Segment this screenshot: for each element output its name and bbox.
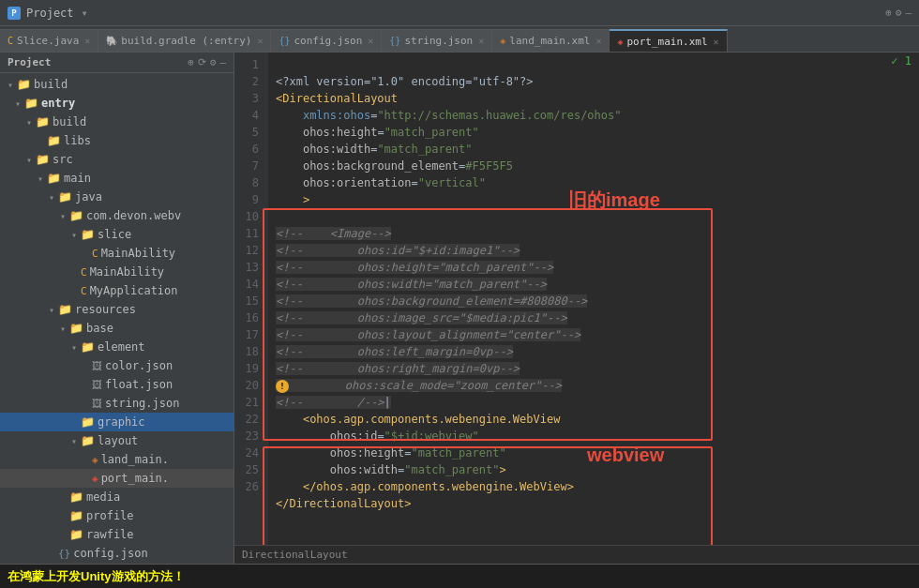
tab-close-port-main-xml[interactable]: ✕ xyxy=(714,37,719,47)
breadcrumb-text: DirectionalLayout xyxy=(242,549,348,561)
tree-item-mainability-slice[interactable]: C MainAbility xyxy=(0,244,234,263)
tab-port-main-xml[interactable]: ◈ port_main.xml ✕ xyxy=(610,29,727,52)
status-bar: 在鸿蒙上开发Unity游戏的方法！ xyxy=(0,564,919,588)
tab-string-json[interactable]: {} string.json ✕ xyxy=(382,29,492,52)
sidebar-add-icon[interactable]: ⊕ xyxy=(188,56,194,68)
tree-item-config-json[interactable]: {} config.json xyxy=(0,544,234,563)
tree-item-entry-build[interactable]: ▾ 📁 build xyxy=(0,113,234,131)
sidebar-collapse-icon[interactable]: — xyxy=(219,56,226,68)
tree-item-rawfile[interactable]: 📁 rawfile xyxy=(0,525,234,544)
tree-item-libs[interactable]: 📁 libs xyxy=(0,131,234,150)
sidebar-actions: ⊕ ⟳ ⚙ — xyxy=(188,56,226,68)
tree-item-src[interactable]: ▾ 📁 src xyxy=(0,150,234,169)
tree-item-profile[interactable]: 📁 profile xyxy=(0,506,234,525)
tree-item-color-json[interactable]: 🖼 color.json xyxy=(0,356,234,375)
app-icon: P xyxy=(8,7,21,20)
tab-slice-java[interactable]: C Slice.java ✕ xyxy=(0,29,98,52)
dropdown-icon[interactable]: ▾ xyxy=(82,7,88,20)
tab-label-string-json: string.json xyxy=(404,35,473,47)
expand-icon[interactable]: ▾ xyxy=(56,324,69,334)
tree-item-string-json[interactable]: 🖼 string.json xyxy=(0,394,234,413)
sidebar-title: Project xyxy=(8,56,51,68)
tree-label: float.json xyxy=(105,378,173,391)
tree-item-float-json[interactable]: 🖼 float.json xyxy=(0,375,234,394)
folder-icon: 📁 xyxy=(81,340,95,354)
code-line-9 xyxy=(276,210,282,223)
folder-icon: 📁 xyxy=(58,303,72,316)
code-line-13: <!-- ohos:width="match_parent"--> xyxy=(276,278,547,291)
code-line-6: ohos:background_element=#F5F5F5 xyxy=(276,159,513,173)
code-line-11: <!-- ohos:id="$+id:image1"--> xyxy=(276,244,520,257)
tab-label-port-main-xml: port_main.xml xyxy=(626,36,707,48)
expand-icon[interactable]: ▾ xyxy=(68,436,81,446)
tree-item-build[interactable]: ▾ 📁 build xyxy=(0,75,234,94)
tree-item-package[interactable]: ▾ 📁 com.devon.webv xyxy=(0,206,234,225)
tab-label-config-json: config.json xyxy=(294,35,362,47)
sidebar-gear-icon[interactable]: ⚙ xyxy=(210,56,217,68)
settings-icon[interactable]: ⚙ xyxy=(896,7,902,19)
folder-icon: 📁 xyxy=(47,172,61,185)
expand-icon[interactable]: ▾ xyxy=(68,342,81,353)
code-area[interactable]: 12345 678910 1112131415 1617181920 21222… xyxy=(234,53,919,545)
tab-land-main-xml[interactable]: ◈ land_main.xml ✕ xyxy=(492,29,610,52)
tree-label: land_main. xyxy=(101,453,169,466)
line-numbers: 12345 678910 1112131415 1617181920 21222… xyxy=(234,53,268,545)
tab-close-build-gradle[interactable]: ✕ xyxy=(257,36,263,46)
folder-icon: 📁 xyxy=(24,97,38,110)
code-content[interactable]: <?xml version="1.0" encoding="utf-8"?> <… xyxy=(268,53,919,545)
folder-icon: 📁 xyxy=(58,190,72,204)
tree-item-resources[interactable]: ▾ 📁 resources xyxy=(0,300,234,319)
tree-item-base[interactable]: ▾ 📁 base xyxy=(0,319,234,338)
sidebar-sync-icon[interactable]: ⟳ xyxy=(198,56,206,68)
tree-label: libs xyxy=(64,134,91,147)
menu-icon[interactable]: — xyxy=(905,7,911,19)
folder-icon: 📁 xyxy=(81,415,95,429)
tab-close-slice-java[interactable]: ✕ xyxy=(84,36,90,46)
sidebar-header: Project ⊕ ⟳ ⚙ — xyxy=(0,53,234,73)
add-icon[interactable]: ⊕ xyxy=(885,7,892,19)
tree-item-land-main-xml[interactable]: ◈ land_main. xyxy=(0,450,234,469)
code-editor[interactable]: ✓ 1 12345 678910 1112131415 1617181920 2… xyxy=(234,53,919,564)
code-line-12: <!-- ohos:height="match_parent"--> xyxy=(276,261,553,274)
folder-icon: 📁 xyxy=(17,78,31,91)
expand-icon[interactable]: ▾ xyxy=(23,155,36,165)
tab-close-land-main-xml[interactable]: ✕ xyxy=(595,36,601,46)
folder-icon: 📁 xyxy=(36,153,50,166)
app-title: Project xyxy=(26,7,74,20)
tree-label: MainAbility xyxy=(90,265,164,279)
expand-icon[interactable]: ▾ xyxy=(45,192,58,203)
expand-icon[interactable]: ▾ xyxy=(68,230,81,240)
tree-item-port-main-xml[interactable]: ◈ port_main. xyxy=(0,469,234,488)
tree-label: rawfile xyxy=(86,528,134,541)
code-line-17: <!-- ohos:left_margin=0vp--> xyxy=(276,345,513,358)
expand-icon[interactable]: ▾ xyxy=(56,211,69,221)
tree-item-element[interactable]: ▾ 📁 element xyxy=(0,338,234,356)
tree-item-media[interactable]: 📁 media xyxy=(0,488,234,506)
tab-close-string-json[interactable]: ✕ xyxy=(478,36,484,46)
json-file-icon: {} xyxy=(58,548,70,560)
tab-config-json[interactable]: {} config.json ✕ xyxy=(271,29,382,52)
tree-item-graphic[interactable]: 📁 graphic xyxy=(0,413,234,431)
folder-icon: 📁 xyxy=(69,322,83,335)
tree-item-java[interactable]: ▾ 📁 java xyxy=(0,188,234,206)
expand-icon[interactable]: ▾ xyxy=(11,98,24,109)
tab-label-slice-java: Slice.java xyxy=(17,35,79,47)
tab-close-config-json[interactable]: ✕ xyxy=(368,36,373,46)
code-line-1: <?xml version="1.0" encoding="utf-8"?> xyxy=(276,75,534,88)
expand-icon[interactable]: ▾ xyxy=(45,305,58,315)
code-line-23: ohos:height="match_parent" xyxy=(276,446,506,460)
tree-label: string.json xyxy=(105,397,179,410)
folder-icon: 📁 xyxy=(69,490,83,504)
expand-icon[interactable]: ▾ xyxy=(34,173,47,184)
expand-icon[interactable]: ▾ xyxy=(4,80,17,90)
tab-build-gradle[interactable]: 🐘 build.gradle (:entry) ✕ xyxy=(98,29,271,52)
tree-item-layout[interactable]: ▾ 📁 layout xyxy=(0,431,234,450)
java-icon: C xyxy=(8,36,13,46)
tree-item-mainability[interactable]: C MainAbility xyxy=(0,263,234,281)
tree-item-slice[interactable]: ▾ 📁 slice xyxy=(0,225,234,244)
tree-item-main[interactable]: ▾ 📁 main xyxy=(0,169,234,188)
tree-item-entry[interactable]: ▾ 📁 entry xyxy=(0,94,234,113)
xml-file-icon: ◈ xyxy=(92,454,98,466)
tree-item-myapplication[interactable]: C MyApplication xyxy=(0,281,234,300)
expand-icon[interactable]: ▾ xyxy=(23,117,36,128)
